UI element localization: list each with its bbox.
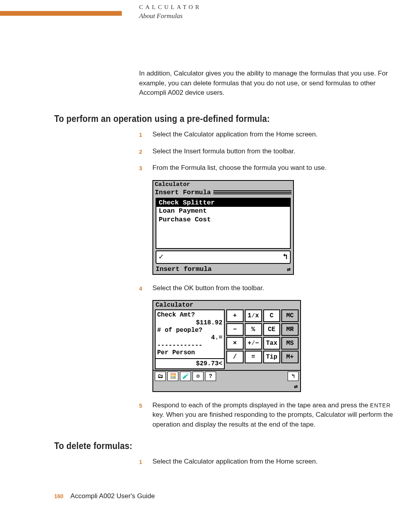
steps-perform-continued: 4 Select the OK button from the toolbar. [139,283,404,293]
app-title: Calculator [153,181,293,188]
back-icon[interactable]: ↰ [288,372,299,381]
titlebar-decoration [213,190,292,194]
key-percent[interactable]: % [245,323,262,336]
figure-insert-formula: Calculator Insert Formula Check Splitter… [152,180,404,275]
steps-perform-final: 5 Respond to each of the prompts display… [139,401,404,430]
calculator-keypad: + 1⁄x C MC − % CE MR × +⁄− Tax MS / = Ti… [226,309,300,370]
key-mplus[interactable]: M+ [281,351,299,363]
header-subtitle: About Formulas [139,12,202,20]
tape-line: # of people? [157,327,202,334]
calculator-window: Calculator Check Amt? $118.92 # of peopl… [152,300,301,392]
calculator-statusbar: ⇄ [153,382,300,391]
key-tip[interactable]: Tip [263,351,281,363]
step-number: 5 [139,401,152,410]
accent-bar [0,11,122,16]
swap-icon[interactable]: ⇄ [287,265,291,273]
toolbar-icon-2[interactable]: 🧮 [167,372,178,381]
formula-option-purchase-cost[interactable]: Purchase Cost [156,215,290,224]
step-3: 3 From the Formula list, choose the form… [139,163,404,173]
tape-result: $29.73< [156,358,224,368]
ok-icon[interactable]: ✓ [159,253,163,261]
step-number: 1 [139,130,152,139]
formula-list[interactable]: Check Splitter Loan Payment Purchase Cos… [156,198,291,249]
key-mc[interactable]: MC [281,309,299,322]
section-heading-delete: To delete formulas: [54,441,376,451]
step-number: 4 [139,283,152,293]
tape-content: Check Amt? $118.92 # of people? 4.= ----… [156,310,224,358]
delete-step-1: 1 Select the Calculator application from… [139,457,404,467]
dialog-title-text: Insert Formula [155,189,211,196]
header-category: CALCULATOR [139,4,202,11]
key-equals[interactable]: = [245,351,262,363]
key-plus[interactable]: + [226,309,244,322]
key-ms[interactable]: MS [281,337,299,350]
enter-key-label: ENTER [370,402,391,409]
step-number: 1 [139,457,152,466]
key-multiply[interactable]: × [226,337,244,350]
key-reciprocal[interactable]: 1⁄x [245,309,262,322]
back-icon[interactable]: ↰ [283,253,288,261]
toolbar-icon-3[interactable]: 🧪 [180,372,191,381]
steps-perform: 1 Select the Calculator application from… [139,130,404,173]
dialog-toolbar: ✓ ↰ [156,250,291,264]
swap-icon[interactable]: ⇄ [294,383,298,390]
page-number: 160 [54,493,63,499]
step-text: Select the Calculator application from t… [152,130,404,140]
step-text: From the Formula list, choose the formul… [152,163,404,173]
step-text: Select the Calculator application from t… [152,457,404,467]
step-text-part-b: key. When you are finished responding to… [152,411,393,428]
calculator-title: Calculator [153,301,300,309]
calculator-toolbar: 🗂 🧮 🧪 ⚙ ? ↰ [153,370,300,382]
step-4: 4 Select the OK button from the toolbar. [139,283,404,293]
steps-delete: 1 Select the Calculator application from… [139,457,404,467]
key-ce[interactable]: CE [263,323,281,336]
tape-line: Per Person [157,349,195,357]
step-5: 5 Respond to each of the prompts display… [139,401,404,430]
page-footer: 160 Accompli A002 User's Guide [54,492,155,500]
step-number: 2 [139,147,152,156]
key-mr[interactable]: MR [281,323,299,336]
intro-paragraph: In addition, Calculator gives you the ab… [139,69,404,98]
key-divide[interactable]: / [226,351,244,363]
step-text-part-a: Respond to each of the prompts displayed… [152,401,370,409]
step-number: 3 [139,163,152,172]
tape-line: Check Amt? [157,311,195,319]
running-header: CALCULATOR About Formulas [139,4,202,20]
key-plus-minus[interactable]: +⁄− [245,337,262,350]
key-minus[interactable]: − [226,323,244,336]
key-clear[interactable]: C [263,309,281,322]
step-text: Select the Insert formula button from th… [152,147,404,156]
step-1: 1 Select the Calculator application from… [139,130,404,140]
status-bar: Insert formula ⇄ [153,265,293,274]
status-text: Insert formula [156,265,212,273]
insert-formula-window: Calculator Insert Formula Check Splitter… [152,180,294,275]
tape-divider: ------------ [157,342,202,349]
key-tax[interactable]: Tax [263,337,281,350]
figure-calculator: Calculator Check Amt? $118.92 # of peopl… [152,300,404,392]
page-content: In addition, Calculator gives you the ab… [54,69,404,473]
step-2: 2 Select the Insert formula button from … [139,147,404,156]
calculator-tape: Check Amt? $118.92 # of people? 4.= ----… [155,309,225,369]
toolbar-icon-4[interactable]: ⚙ [193,372,204,381]
toolbar-icon-1[interactable]: 🗂 [155,372,166,381]
step-text: Select the OK button from the toolbar. [152,283,404,293]
dialog-titlebar: Insert Formula [153,188,293,197]
guide-name: Accompli A002 User's Guide [70,492,155,500]
section-heading-perform: To perform an operation using a pre-defi… [54,114,376,124]
calculator-body: Check Amt? $118.92 # of people? 4.= ----… [153,309,300,370]
step-text: Respond to each of the prompts displayed… [152,401,404,430]
formula-option-loan-payment[interactable]: Loan Payment [156,207,290,215]
formula-option-check-splitter[interactable]: Check Splitter [156,199,290,207]
help-icon[interactable]: ? [205,372,216,381]
tape-value: 4.= [211,334,222,342]
tape-value: $118.92 [196,319,222,327]
